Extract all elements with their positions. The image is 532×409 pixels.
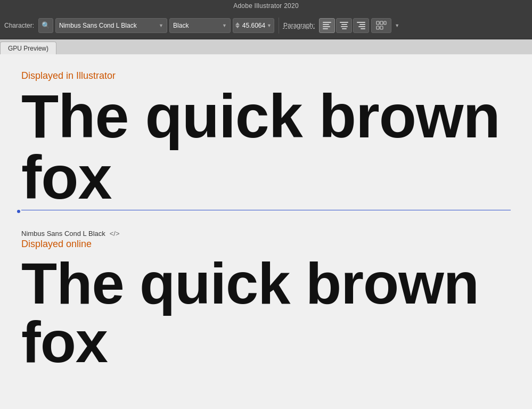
size-up-arrow[interactable] (235, 22, 240, 25)
online-preview-text: The quick brown fox (21, 254, 511, 371)
illustrator-section-label: Displayed in Illustrator (21, 70, 511, 81)
canvas-wrapper: Displayed in Illustrator The quick brown… (0, 54, 532, 409)
font-search-button[interactable]: 🔍 (38, 18, 53, 33)
search-icon: 🔍 (42, 21, 50, 29)
character-group: Character: 🔍 Nimbus Sans Cond L Black ▼ … (4, 18, 231, 33)
font-style-chevron: ▼ (222, 23, 227, 28)
size-chevron: ▼ (267, 23, 272, 28)
illustrator-section: Displayed in Illustrator The quick brown… (21, 70, 511, 208)
align-line-1 (357, 22, 365, 23)
canvas-area: Displayed in Illustrator The quick brown… (0, 54, 532, 409)
gpu-preview-tab-label: GPU Preview) (8, 45, 48, 52)
svg-rect-4 (380, 26, 383, 29)
illustrator-preview-text: The quick brown fox (21, 86, 511, 208)
size-group: 45.6064 ▼ (233, 18, 274, 33)
online-font-name: Nimbus Sans Cond L Black (21, 230, 105, 238)
align-line-2 (359, 24, 365, 25)
gpu-preview-tab[interactable]: GPU Preview) (0, 42, 56, 54)
svg-rect-1 (380, 21, 383, 24)
align-line-3 (323, 26, 330, 27)
online-section-label: Displayed online (21, 239, 511, 250)
align-center-icon (340, 22, 348, 29)
align-center-button[interactable] (336, 18, 352, 33)
svg-rect-0 (377, 21, 379, 24)
font-size-spinner[interactable]: 45.6064 ▼ (233, 18, 274, 33)
toolbar-separator-1 (279, 18, 279, 34)
paragraph-more-chevron: ▼ (395, 23, 399, 28)
baseline-indicator (21, 210, 511, 210)
size-down-arrow[interactable] (235, 26, 240, 28)
app-title: Adobe Illustrator 2020 (233, 2, 299, 10)
align-left-button[interactable] (319, 18, 335, 33)
tab-bar: GPU Preview) (0, 39, 532, 54)
font-style-value: Black (173, 22, 189, 29)
glyph-panel-button[interactable] (371, 18, 391, 33)
align-line-1 (340, 22, 348, 23)
font-name-chevron: ▼ (159, 23, 163, 28)
font-name-dropdown[interactable]: Nimbus Sans Cond L Black ▼ (55, 18, 167, 33)
size-spinner-arrows[interactable] (235, 22, 240, 28)
character-toolbar: Character: 🔍 Nimbus Sans Cond L Black ▼ … (0, 12, 532, 39)
align-line-1 (323, 22, 331, 23)
align-line-4 (323, 28, 328, 29)
align-right-button[interactable] (353, 18, 369, 33)
glyph-icon (376, 21, 387, 30)
align-line-2 (341, 24, 347, 25)
code-tag-button[interactable]: </> (110, 230, 120, 238)
font-name-row: Nimbus Sans Cond L Black </> (21, 230, 511, 238)
align-line-4 (361, 28, 366, 29)
font-size-value: 45.6064 (242, 22, 266, 29)
align-right-icon (357, 22, 365, 29)
align-line-3 (358, 26, 366, 27)
align-buttons-group (319, 18, 369, 33)
svg-rect-2 (384, 21, 386, 24)
paragraph-group: Paragraph: (283, 18, 399, 33)
paragraph-label: Paragraph: (283, 22, 315, 29)
align-line-4 (342, 28, 347, 29)
font-style-dropdown[interactable]: Black ▼ (169, 18, 231, 33)
align-line-2 (323, 24, 329, 25)
online-section: Nimbus Sans Cond L Black </> Displayed o… (21, 224, 511, 371)
title-bar: Adobe Illustrator 2020 (0, 0, 532, 12)
font-name-value: Nimbus Sans Cond L Black (59, 22, 137, 29)
align-left-icon (323, 22, 331, 29)
character-label: Character: (4, 22, 34, 29)
illustrator-preview-container: The quick brown fox (21, 86, 511, 208)
align-line-3 (341, 26, 348, 27)
baseline-dot (17, 210, 20, 213)
svg-rect-3 (377, 26, 379, 29)
